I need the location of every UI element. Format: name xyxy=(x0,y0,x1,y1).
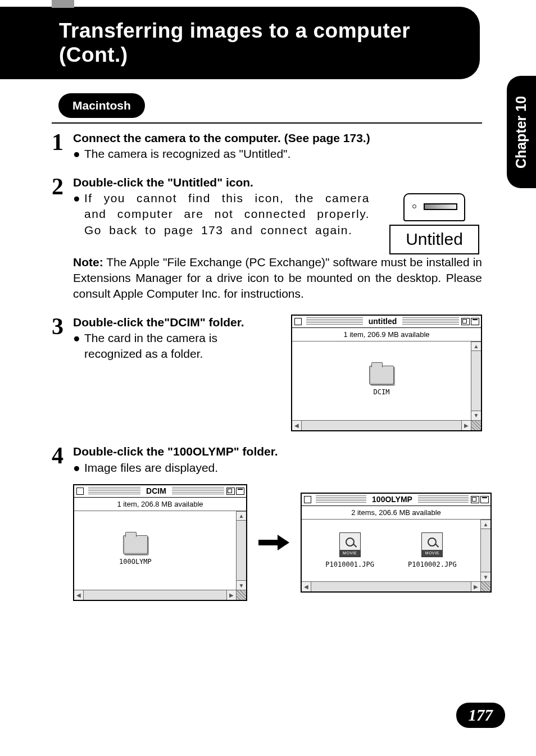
scroll-right-arrow-icon[interactable]: ▶ xyxy=(226,590,236,600)
step-4-body: Double-click the "100OLYMP" folder. ● Im… xyxy=(73,444,492,601)
file-label: P1010001.JPG xyxy=(325,560,374,569)
window-collapse-button[interactable] xyxy=(480,496,489,503)
bullet-icon: ● xyxy=(73,460,84,476)
folder-100olymp[interactable]: 100OLYMP xyxy=(119,535,152,566)
window-zoom-button[interactable] xyxy=(461,318,470,325)
chapter-label: Chapter 10 xyxy=(514,95,530,168)
file-type-label: MOVIE xyxy=(422,550,442,557)
window-resize-handle[interactable] xyxy=(471,421,481,430)
step-2-bullet: If you cannot find this icon, the camera… xyxy=(84,190,370,238)
window-close-button[interactable] xyxy=(294,318,302,325)
image-file-icon: MOVIE xyxy=(339,532,361,557)
folder-icon xyxy=(369,366,394,385)
file-type-label: MOVIE xyxy=(340,550,360,557)
scroll-down-arrow-icon[interactable]: ▼ xyxy=(481,572,490,581)
step-3-body: Double-click the"DCIM" folder. ● The car… xyxy=(73,315,482,432)
folder-dcim[interactable]: DCIM xyxy=(369,366,394,397)
scroll-left-arrow-icon[interactable]: ◀ xyxy=(302,582,311,591)
step-3: 3 Double-click the"DCIM" folder. ● The c… xyxy=(52,315,482,432)
horizontal-scrollbar[interactable]: ◀ ▶ xyxy=(292,420,481,430)
step-2-text-col: ● If you cannot find this icon, the came… xyxy=(73,190,370,238)
window-resize-handle[interactable] xyxy=(236,590,246,600)
step-2: 2 Double-click the "Untitled" icon. ● If… xyxy=(52,175,482,302)
titlebar-stripes xyxy=(172,487,224,495)
finder-content: MOVIE P1010001.JPG MOVIE P1010002.JPG xyxy=(302,520,480,581)
window-zoom-button[interactable] xyxy=(226,488,235,495)
bullet-icon: ● xyxy=(73,330,84,362)
window-resize-handle[interactable] xyxy=(480,582,490,591)
finder-titlebar: untitled xyxy=(292,316,481,328)
scroll-left-arrow-icon[interactable]: ◀ xyxy=(292,421,302,430)
scroll-right-arrow-icon[interactable]: ▶ xyxy=(461,421,471,430)
titlebar-stripes xyxy=(402,317,459,325)
image-file-2[interactable]: MOVIE P1010002.JPG xyxy=(408,532,457,569)
step-3-title: Double-click the"DCIM" folder. xyxy=(73,315,275,330)
titlebar-stripes xyxy=(88,487,140,495)
horizontal-scrollbar[interactable]: ◀ ▶ xyxy=(302,581,490,591)
vertical-scrollbar[interactable]: ▲ ▼ xyxy=(480,520,490,581)
window-zoom-button[interactable] xyxy=(471,496,479,503)
window-title: 100OLYMP xyxy=(369,494,416,505)
finder-window-dcim: DCIM 1 item, 206.8 MB available 100OLY xyxy=(73,484,247,602)
step-4-bullet: Image files are displayed. xyxy=(84,460,218,476)
untitled-drive-figure: Untitled xyxy=(387,193,482,254)
window-close-button[interactable] xyxy=(76,488,84,495)
page-title: Transferring images to a computer (Cont.… xyxy=(59,19,463,67)
header-gray-tab xyxy=(52,0,74,8)
step-3-bullet: The card in the camera is recognized as … xyxy=(84,330,275,362)
vertical-scrollbar[interactable]: ▲ ▼ xyxy=(236,511,246,590)
step-4-figures: DCIM 1 item, 206.8 MB available 100OLY xyxy=(73,484,492,602)
step-1-number: 1 xyxy=(52,130,73,153)
scroll-right-arrow-icon[interactable]: ▶ xyxy=(471,582,480,591)
section-pill-macintosh: Macintosh xyxy=(58,93,145,118)
step-3-text-col: Double-click the"DCIM" folder. ● The car… xyxy=(73,315,275,362)
finder-status: 1 item, 206.8 MB available xyxy=(74,498,246,512)
finder-content: DCIM xyxy=(292,341,471,420)
note-body: The Apple "File Exchange (PC Exchange)" … xyxy=(73,256,482,300)
window-title: DCIM xyxy=(143,486,170,497)
scroll-down-arrow-icon[interactable]: ▼ xyxy=(471,411,481,420)
scroll-up-arrow-icon[interactable]: ▲ xyxy=(471,341,481,351)
finder-window-100olymp: 100OLYMP 2 items, 206.6 MB available xyxy=(301,493,492,593)
svg-marker-0 xyxy=(258,535,289,550)
window-close-button[interactable] xyxy=(304,496,311,503)
step-2-note: Note: The Apple "File Exchange (PC Excha… xyxy=(73,254,482,302)
drive-label: Untitled xyxy=(389,225,479,254)
content-area: Macintosh 1 Connect the camera to the co… xyxy=(0,79,536,625)
page-header: Transferring images to a computer (Cont.… xyxy=(0,7,480,79)
bullet-icon: ● xyxy=(73,190,84,238)
window-collapse-button[interactable] xyxy=(471,318,479,325)
scroll-up-arrow-icon[interactable]: ▲ xyxy=(237,511,246,521)
section-divider xyxy=(52,122,482,124)
page-number: 177 xyxy=(456,703,506,728)
step-1-bullet: The camera is recognized as "Untitled". xyxy=(84,146,290,162)
titlebar-stripes xyxy=(418,495,469,503)
finder-content: 100OLYMP xyxy=(74,511,236,590)
titlebar-stripes xyxy=(316,495,366,503)
step-1: 1 Connect the camera to the computer. (S… xyxy=(52,130,482,162)
vertical-scrollbar[interactable]: ▲ ▼ xyxy=(471,341,481,420)
finder-titlebar: DCIM xyxy=(74,485,246,498)
window-collapse-button[interactable] xyxy=(236,488,244,495)
step-4-number: 4 xyxy=(52,444,73,467)
arrow-right-icon xyxy=(258,535,289,550)
step-2-title: Double-click the "Untitled" icon. xyxy=(73,175,482,190)
horizontal-scrollbar[interactable]: ◀ ▶ xyxy=(74,590,246,600)
step-2-body: Double-click the "Untitled" icon. ● If y… xyxy=(73,175,482,302)
scroll-up-arrow-icon[interactable]: ▲ xyxy=(481,520,490,529)
finder-titlebar: 100OLYMP xyxy=(302,494,490,506)
scroll-down-arrow-icon[interactable]: ▼ xyxy=(237,580,246,590)
image-file-1[interactable]: MOVIE P1010001.JPG xyxy=(325,532,374,569)
step-1-title: Connect the camera to the computer. (See… xyxy=(73,130,482,146)
folder-label: DCIM xyxy=(369,388,394,397)
file-label: P1010002.JPG xyxy=(408,560,457,569)
drive-icon xyxy=(403,193,465,221)
chapter-side-tab: Chapter 10 xyxy=(507,76,536,188)
step-2-number: 2 xyxy=(52,175,73,198)
scroll-left-arrow-icon[interactable]: ◀ xyxy=(74,590,84,600)
finder-status: 1 item, 206.9 MB available xyxy=(292,328,481,342)
step-4: 4 Double-click the "100OLYMP" folder. ● … xyxy=(52,444,482,601)
step-1-body: Connect the camera to the computer. (See… xyxy=(73,130,482,162)
image-file-icon: MOVIE xyxy=(421,532,443,557)
titlebar-stripes xyxy=(306,317,363,325)
